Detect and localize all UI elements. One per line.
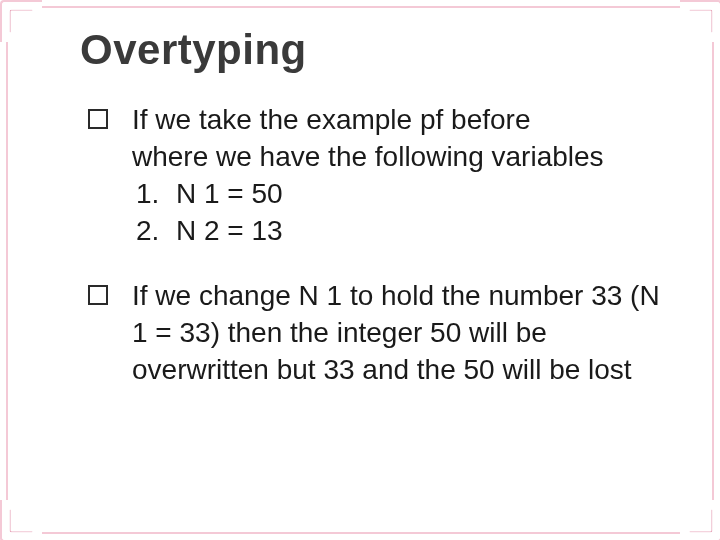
list-item-text: N 2 = 13 <box>176 213 672 250</box>
bullet-row: If we take the example pf before <box>88 102 672 139</box>
bullet-row: If we change N 1 to hold the number 33 (… <box>88 278 672 389</box>
list-item-text: N 1 = 50 <box>176 176 672 213</box>
list-item: 1. N 1 = 50 <box>88 176 672 213</box>
paragraph-1: If we take the example pf before where w… <box>88 102 672 250</box>
bullet-text: If we take the example pf before <box>132 102 672 139</box>
list-item: 2. N 2 = 13 <box>88 213 672 250</box>
list-marker: 2. <box>132 213 176 250</box>
list-marker: 1. <box>132 176 176 213</box>
slide-body: If we take the example pf before where w… <box>60 102 672 389</box>
bullet-continuation: where we have the following variables <box>88 139 672 176</box>
slide: Overtyping If we take the example pf bef… <box>0 0 720 540</box>
paragraph-2: If we change N 1 to hold the number 33 (… <box>88 278 672 389</box>
square-bullet-icon <box>88 278 132 315</box>
slide-title: Overtyping <box>80 26 672 74</box>
bullet-text: If we change N 1 to hold the number 33 (… <box>132 278 672 389</box>
square-bullet-icon <box>88 102 132 139</box>
